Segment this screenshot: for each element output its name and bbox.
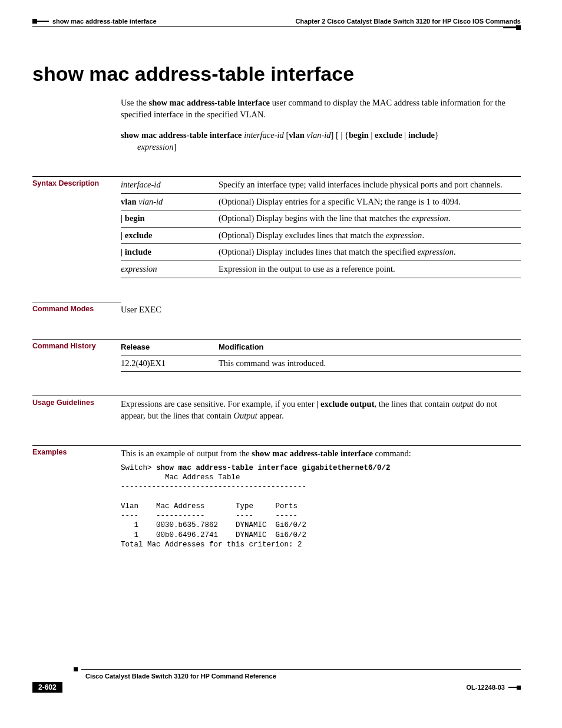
example-intro: This is an example of output from the sh…	[121, 448, 521, 460]
syntax-param: | exclude	[121, 227, 219, 244]
usage-text: Expressions are case sensitive. For exam…	[121, 396, 521, 421]
section-label: Examples	[32, 445, 121, 549]
footer-doc-title: Cisco Catalyst Blade Switch 3120 for HP …	[85, 673, 521, 680]
doc-id: OL-12248-03	[467, 684, 505, 691]
syntax-param: vlan vlan-id	[121, 193, 219, 210]
syntax-row: | begin(Optional) Display begins with th…	[121, 210, 521, 228]
command-modes-section: Command Modes User EXEC	[32, 302, 521, 316]
syntax-row: interface-idSpecify an interface type; v…	[121, 177, 521, 194]
history-release: 12.2(40)EX1	[121, 355, 219, 372]
examples-section: Examples This is an example of output fr…	[32, 445, 521, 549]
syntax-desc: (Optional) Display includes lines that m…	[219, 244, 521, 261]
syntax-desc: (Optional) Display begins with the line …	[219, 210, 521, 228]
page-footer: Cisco Catalyst Blade Switch 3120 for HP …	[32, 667, 521, 693]
syntax-row: | include(Optional) Display includes lin…	[121, 244, 521, 261]
example-output: Switch> show mac address-table interface…	[121, 463, 521, 549]
syntax-desc: Specify an interface type; valid interfa…	[219, 177, 521, 194]
history-header-release: Release	[121, 340, 219, 355]
page-number: 2-602	[32, 682, 62, 693]
syntax-param: | begin	[121, 210, 219, 228]
syntax-row: | exclude(Optional) Display excludes lin…	[121, 227, 521, 244]
command-modes-value: User EXEC	[121, 302, 521, 316]
page-header: show mac address-table interface Chapter…	[32, 18, 521, 27]
syntax-description-section: Syntax Description interface-idSpecify a…	[32, 176, 521, 278]
page-title: show mac address-table interface	[32, 62, 521, 85]
syntax-param: expression	[121, 261, 219, 278]
syntax-table: interface-idSpecify an interface type; v…	[121, 176, 521, 278]
syntax-param: | include	[121, 244, 219, 261]
section-label: Usage Guidelines	[32, 396, 121, 421]
section-label: Command Modes	[32, 302, 121, 316]
breadcrumb: show mac address-table interface	[52, 18, 157, 25]
intro-paragraph: Use the show mac address-table interface…	[121, 97, 521, 120]
history-modification: This command was introduced.	[219, 355, 521, 372]
syntax-param: interface-id	[121, 177, 219, 194]
syntax-row: vlan vlan-id(Optional) Display entries f…	[121, 193, 521, 210]
command-syntax: show mac address-table interface interfa…	[121, 129, 521, 153]
command-history-section: Command History Release Modification 12.…	[32, 339, 521, 372]
syntax-row: expressionExpression in the output to us…	[121, 261, 521, 278]
section-label: Command History	[32, 339, 121, 372]
usage-guidelines-section: Usage Guidelines Expressions are case se…	[32, 396, 521, 421]
syntax-desc: (Optional) Display entries for a specifi…	[219, 193, 521, 210]
syntax-desc: (Optional) Display excludes lines that m…	[219, 227, 521, 244]
chapter-title: Chapter 2 Cisco Catalyst Blade Switch 31…	[296, 18, 521, 25]
section-label: Syntax Description	[32, 176, 121, 278]
history-table: Release Modification 12.2(40)EX1 This co…	[121, 339, 521, 372]
syntax-desc: Expression in the output to use as a ref…	[219, 261, 521, 278]
history-header-modification: Modification	[219, 340, 521, 355]
